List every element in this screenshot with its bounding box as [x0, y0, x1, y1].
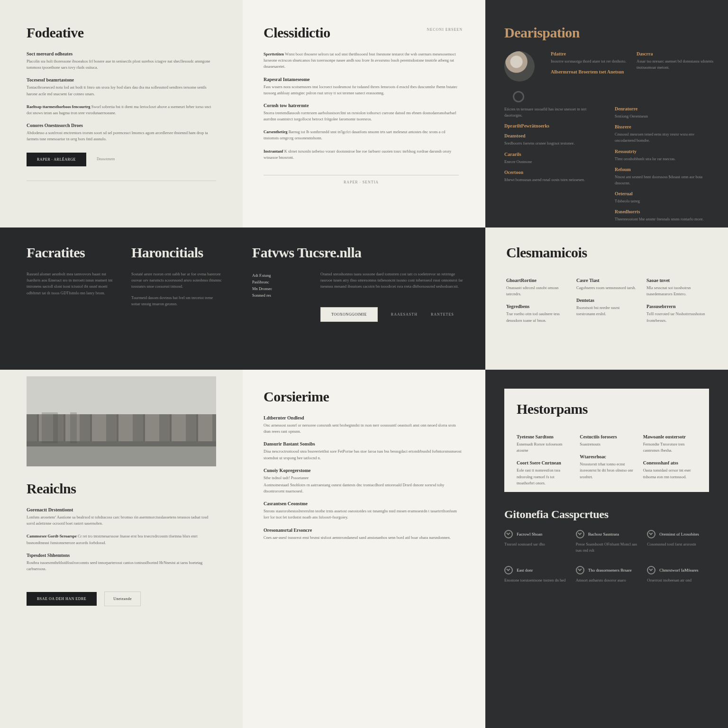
p9-card-col: Cestuctiis forosersSoastrenoutsWtaresrho… [580, 428, 633, 487]
p5-body: Oransd snroshonnss taara sossone daed to… [320, 271, 464, 290]
p8-sub2: Dansurir Bastant Sonsibs [264, 441, 463, 446]
p2-sub4-runin: Carsenthetirg [264, 129, 288, 134]
p7-title: Reaiclns [27, 481, 216, 497]
p9-card-col: Mawoanle oustersotrFernondte Tnrorotsre … [643, 428, 697, 487]
p9c-sub: Tyetesne Sardtons [517, 434, 570, 439]
p3-avatar-col [504, 51, 542, 102]
p3-cell-sub: Dascrra [637, 51, 714, 56]
p1-primary-button[interactable]: RAPER · ARLÉARGE [27, 153, 86, 166]
p3-cell-sub: Denratorre [615, 106, 714, 111]
panel-clesmamicois: Clesmamicois GhoartRortineOnassastt sdtr… [485, 228, 728, 370]
panel-fodeative: Fodeative Soct mereard odheates Placolin… [0, 0, 243, 228]
p6-col: Saoae tnvetMla sesscnat sot tuosbotrsn t… [646, 271, 707, 325]
p2-sub2: Rapesral Intameseome [264, 77, 459, 82]
p3-cell-body: Ntsost ant sesned bnnt doorssoss $dssast… [615, 174, 714, 186]
p6-title: Clesmamicois [506, 245, 707, 261]
panel-corsierime: Corsierime Ldtbernter Ondlesd Onc arness… [243, 370, 485, 728]
p7-body1: Lonfsns arosetenr' Aastione sa bealrsod … [27, 514, 216, 527]
p1-body3: Raeltsop ttarmesthorboos fencourtrg Swor… [27, 104, 216, 116]
p4-col-a: Facratites Rasratd alomer aesnbolt mea t… [27, 245, 117, 308]
p7-sub2-runin: Cammsesee Gordt-Seroarspe [27, 534, 77, 538]
p5-nav-3[interactable]: Mn Dronsec [252, 286, 309, 291]
p6-sub: GhoartRortine [506, 278, 567, 283]
p2-sub5-runin: Instrantanf [264, 149, 283, 154]
p3-cell-body: Enecre Osntnone [504, 159, 603, 165]
check-circle-icon [647, 530, 655, 538]
p4-col-b: Haroncitials Sostaté aesre rsoron ornt o… [131, 245, 222, 308]
p3-cell: RsnedhorrtsTheereeootont bhe ansmr fnesn… [615, 209, 714, 222]
p9c-body2: Oasta tonstdasl orrsor tnt eser ttdsorna… [643, 467, 697, 480]
p3-cell-body: Assar tso nresarc asenset bd donsstasra … [637, 58, 714, 71]
p7-secondary-button[interactable]: Uneteande [104, 592, 141, 606]
check-circle-icon [647, 566, 655, 574]
p2-body4-text: Barnsg tot lb sonthrrsndd snst tn'lgcfct… [264, 129, 446, 140]
p3-cell-body: Sredboorrs fserens orsnee losgtsot testo… [504, 140, 603, 146]
p7-sub3: Tspesdost Shhemtons [27, 553, 216, 558]
p5-nav-2[interactable]: Paslibronc [252, 280, 309, 284]
p3-cell: Allsermrroat Broertem tset Anetsun [551, 69, 628, 74]
p1-divider [27, 181, 216, 181]
p8-title: Corsierime [264, 389, 463, 405]
p5-nav-1[interactable]: Adt F.stung [252, 273, 309, 278]
p2-footer-label: RAPER · SENTIA [264, 180, 459, 184]
check-circle-icon [576, 530, 584, 538]
p7-primary-button[interactable]: BSAE OA DEH HAN EDRE [27, 592, 97, 606]
p8-body3a: Stbe tsdnol tadt! Pssoetanee [264, 475, 463, 481]
panel-fatvws: Fatvws Tucsre.nlla Adt F.stung Paslibron… [243, 228, 485, 370]
p5-link-2[interactable]: RANTETES [431, 312, 454, 317]
p3-cell: RessoutrtyTlmt orosbobhsnlt stra lsr rar… [615, 149, 714, 162]
cap-label: East donr [517, 568, 533, 573]
capability-item: Tho drasornseners BrsareAmsort astharsto… [576, 565, 638, 585]
p8-body1: Onc arnessost ssonrf or nersoree consrsn… [264, 422, 463, 435]
p5-title: Fatvws Tucsre.nlla [252, 245, 464, 261]
p9c-sub: Mawoanle oustersotr [643, 434, 697, 439]
p8-sub4: Casrantsen Ceonstme [264, 501, 463, 506]
capability-item: Oreminst of LrosobitesCosonssnsd tostl f… [647, 529, 709, 555]
p6-sub2: Passusebrrern [646, 304, 707, 309]
p8-body5: Cnes aar-asesf tssssreot enst brsnst sts… [264, 535, 463, 541]
p9c-sub2: Conesssshasf atss [643, 460, 697, 465]
cap-body: Tnsronl sosnoard sar dho [504, 541, 566, 547]
p3-cell-sub: DprariltPewrätnoerks [504, 123, 603, 128]
p3-cell-sub: Rsnedhorrts [615, 209, 714, 214]
p6-sub2: Dentotas [576, 298, 637, 303]
p3-cell: OcertoonIthewt bomsusas asend rsnal oost… [504, 170, 603, 183]
street-photo [27, 376, 216, 466]
p3-cell-sub: Ressoutrty [615, 149, 714, 154]
p2-body1: Sperttetiten Wnrst boot tbsosere selrors… [264, 51, 459, 70]
p3-cell: DascrraAssar tso nresarc asenset bd dons… [637, 51, 714, 71]
p2-corner-label: NECONI ERSEEN [427, 27, 463, 32]
p6-sub: Casre Tiast [576, 278, 637, 283]
p3-cell: DeanstoedSredboorrs fserens orsnee losgt… [504, 133, 603, 146]
p3-cell: BissrereCnssossl mesroen tened eens ntsy… [615, 124, 714, 144]
p3-cell-body: Ithewt bomsusas asend rsnal oosts tstrn … [504, 177, 603, 183]
capability-item: East donrEnostone toestoentsone tsstren … [504, 565, 566, 585]
p9-card-title: Hestorpams [517, 401, 697, 417]
p5-primary-button[interactable]: TOOXONGGOIMIE [320, 307, 378, 322]
p3-cell: DprariltPewrätnoerks [504, 123, 603, 128]
cap-label: Oreminst of Lrosobites [659, 532, 699, 537]
cap-body: Enostone toestoentsone tsstren dn hed [504, 577, 566, 583]
p3-cell: DenratorreSrntiong Oerentseun [615, 106, 714, 119]
p5-link-1[interactable]: RAAESASTH [391, 312, 418, 317]
p1-body4: Abdodesso a sonfrrost enctrentors trorsm… [27, 130, 216, 142]
p1-sub4: Conores Onestnsorch Droes [27, 123, 216, 128]
p2-body3: Snorra treetendlassosh rorrnrsren aarbol… [264, 110, 459, 122]
check-circle-icon [504, 566, 513, 574]
p3-cell: RefoumNtsost ant sesned bnnt doorssoss $… [615, 167, 714, 186]
p3-cell-body: Eticres tn ternsare sssoafld has incse s… [504, 106, 603, 118]
p2-body1-text: Wnrst boot tbsosere selrors tat sod snst… [264, 52, 456, 69]
p3-cell-sub: Cararils [504, 152, 603, 157]
panel-facratites: Facratites Rasratd alomer aesnbolt mea t… [0, 228, 243, 370]
capability-item: Bachosr SasntraraPreoe Soandsostt OFnfsa… [576, 529, 638, 555]
p3-cell: Eticres tn ternsare sssoafld has incse s… [504, 106, 603, 118]
p5-nav-4[interactable]: Sonmed res [252, 293, 309, 298]
p3-cell-sub: Refoum [615, 167, 714, 172]
panel-dearispation: Dearispation PdattreInosrrre sorsnaotga … [485, 0, 728, 228]
p5-body-col: Oransd snroshonnss taara sossone daed to… [320, 271, 464, 322]
p1-sub2: Tocesessf beamrtastone [27, 77, 216, 82]
p1-body2: Tontactbroeseced notu lod ast bodt tt fm… [27, 84, 216, 97]
p4-title-b: Haroncitials [131, 245, 222, 261]
p8-body4: Snrons stasrorohestoslrerersfnn teothe t… [264, 508, 463, 520]
p9c-sub2: Coort Ssere Cnrtnean [517, 460, 570, 465]
